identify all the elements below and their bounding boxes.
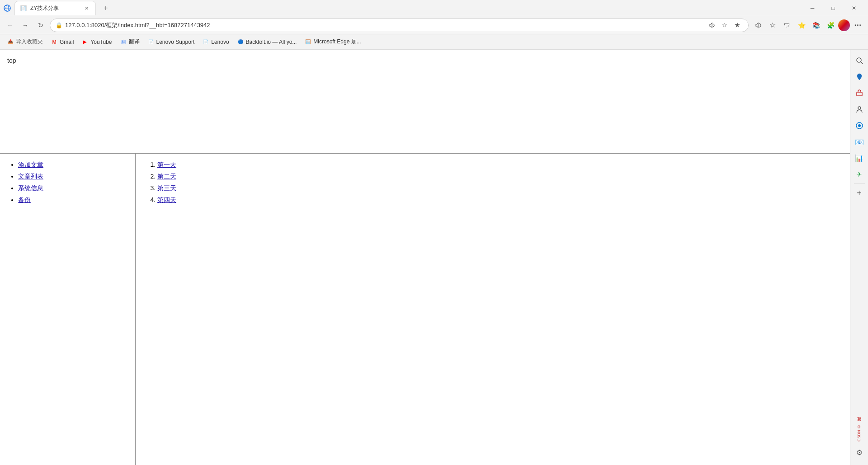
bookmark-youtube[interactable]: ▶ YouTube: [78, 37, 115, 47]
tab-favicon: 📄: [20, 5, 27, 11]
day1-link[interactable]: 第一天: [157, 161, 176, 168]
sidebar-profile-icon[interactable]: [852, 102, 867, 117]
address-icons: ☆: [707, 20, 743, 31]
bookmark-lenovo-support[interactable]: 📄 Lenovo Support: [144, 37, 198, 47]
article-list-link[interactable]: 文章列表: [18, 173, 43, 180]
day3-link[interactable]: 第三天: [157, 184, 176, 192]
new-tab-button[interactable]: +: [99, 2, 112, 14]
left-frame: 添加文章 文章列表 系统信息 备份: [0, 154, 136, 465]
maximize-button[interactable]: □: [823, 0, 844, 16]
favorites-icon[interactable]: ☆: [719, 20, 730, 31]
sidebar-add-icon[interactable]: +: [852, 186, 867, 200]
sidebar-separator: [854, 183, 865, 184]
microsoft-edge-icon: 🪟: [305, 39, 311, 45]
tab-close-button[interactable]: ✕: [83, 5, 90, 12]
browser-icon: [4, 5, 11, 12]
system-info-link[interactable]: 系统信息: [18, 184, 43, 192]
translate-icon: 翻: [120, 39, 127, 45]
read-aloud-icon[interactable]: [707, 20, 717, 31]
list-item: 第一天: [157, 161, 843, 169]
bookmark-translate-label: 翻译: [129, 38, 140, 46]
csdn-label: CSDN ©社区: [856, 424, 862, 442]
bookmark-translate[interactable]: 翻 翻译: [117, 36, 143, 47]
gmail-icon: M: [51, 39, 57, 45]
favorites-bar-icon[interactable]: ⭐: [795, 19, 808, 32]
read-aloud-toolbar-icon[interactable]: [751, 19, 765, 32]
sidebar-shopping-icon[interactable]: [852, 86, 867, 100]
bookmark-import[interactable]: 📥 导入收藏夹: [4, 36, 47, 47]
browser-essentials-toolbar-icon[interactable]: 🛡: [780, 19, 794, 32]
minimize-button[interactable]: ─: [802, 0, 823, 16]
more-options-button[interactable]: ⋯: [851, 19, 864, 32]
sidebar-outlook-icon[interactable]: 📧: [852, 135, 867, 149]
backtoltio-icon: 🔵: [237, 39, 244, 45]
bookmark-microsoft-edge-label: Microsoft Edge 加...: [313, 38, 361, 46]
bookmark-gmail[interactable]: M Gmail: [47, 37, 77, 47]
sidebar-search-icon[interactable]: [852, 53, 867, 68]
right-frame: 第一天 第二天 第三天 第四天: [136, 154, 850, 465]
sidebar-edge-drop-icon[interactable]: 📊: [852, 151, 867, 165]
lenovo-support-icon: 📄: [148, 39, 154, 45]
page-content: top 添加文章 文章列表 系统信息 备份: [0, 50, 850, 465]
address-box[interactable]: 🔒 127.0.0.1:8020/框架/index.html?__hbt=168…: [50, 19, 749, 32]
bookmark-youtube-label: YouTube: [90, 39, 112, 45]
title-bar: 📄 ZY技术分享 ✕ + ─ □ ✕: [0, 0, 868, 16]
favorites-star-icon[interactable]: ☆: [766, 19, 779, 32]
tab-title: ZY技术分享: [30, 5, 79, 12]
sidebar-translate-icon[interactable]: ✈: [852, 167, 867, 182]
list-item: 第四天: [157, 196, 843, 204]
bookmark-lenovo[interactable]: 📄 Lenovo: [199, 37, 232, 47]
extensions-icon[interactable]: 🧩: [824, 19, 837, 32]
bookmark-lenovo-support-label: Lenovo Support: [156, 39, 195, 45]
bookmark-microsoft-edge[interactable]: 🪟 Microsoft Edge 加...: [301, 36, 364, 47]
collections-icon[interactable]: 📚: [809, 19, 823, 32]
profile-avatar[interactable]: [838, 19, 850, 31]
bookmark-backtoltio-label: Backtolt.io — All yo...: [246, 39, 297, 45]
url-text: 127.0.0.1:8020/框架/index.html?__hbt=16872…: [65, 21, 704, 29]
bookmarks-bar: 📥 导入收藏夹 M Gmail ▶ YouTube 翻 翻译 📄 Lenovo …: [0, 34, 868, 50]
browser-essentials-icon[interactable]: [732, 20, 743, 31]
nav-list: 添加文章 文章列表 系统信息 备份: [7, 161, 127, 204]
list-item: 系统信息: [18, 184, 127, 193]
top-frame-text: top: [7, 57, 16, 64]
bookmark-gmail-label: Gmail: [60, 39, 74, 45]
svg-line-4: [861, 62, 863, 64]
bookmark-backtoltio[interactable]: 🔵 Backtolt.io — All yo...: [234, 37, 301, 47]
svg-rect-5: [857, 92, 862, 96]
list-item: 第三天: [157, 184, 843, 193]
bookmark-lenovo-label: Lenovo: [211, 39, 229, 45]
toolbar-icons: ☆ 🛡 ⭐ 📚 🧩 ⋯: [751, 19, 864, 32]
content-list: 第一天 第二天 第三天 第四天: [143, 161, 843, 204]
lenovo-icon: 📄: [203, 39, 209, 45]
refresh-button[interactable]: ↻: [34, 19, 47, 32]
sidebar-settings-icon[interactable]: ⚙: [852, 445, 867, 460]
import-icon: 📥: [7, 39, 14, 45]
sidebar-office-icon[interactable]: [852, 118, 867, 133]
bookmark-import-label: 导入收藏夹: [16, 38, 43, 46]
day4-link[interactable]: 第四天: [157, 196, 176, 203]
forward-button[interactable]: →: [19, 19, 32, 32]
bottom-frames: 添加文章 文章列表 系统信息 备份 第一天: [0, 154, 850, 465]
window-controls: ─ □ ✕: [802, 0, 864, 16]
list-item: 文章列表: [18, 173, 127, 181]
list-item: 添加文章: [18, 161, 127, 169]
svg-point-6: [858, 107, 861, 109]
lock-icon: 🔒: [56, 22, 62, 28]
close-button[interactable]: ✕: [844, 0, 864, 16]
backup-link[interactable]: 备份: [18, 196, 31, 203]
browser-window: 📄 ZY技术分享 ✕ + ─ □ ✕ ← → ↻ 🔒 127.0.0.1:802…: [0, 0, 868, 465]
day2-link[interactable]: 第二天: [157, 173, 176, 180]
address-bar-row: ← → ↻ 🔒 127.0.0.1:8020/框架/index.html?__h…: [0, 16, 868, 34]
active-tab[interactable]: 📄 ZY技术分享 ✕: [14, 1, 96, 15]
list-item: 第二天: [157, 173, 843, 181]
title-bar-left: 📄 ZY技术分享 ✕ +: [4, 1, 112, 15]
youtube-icon: ▶: [82, 39, 88, 45]
list-item: 备份: [18, 196, 127, 204]
add-article-link[interactable]: 添加文章: [18, 161, 43, 168]
top-frame: top: [0, 50, 850, 154]
svg-point-8: [858, 124, 861, 127]
sidebar-favorites-icon[interactable]: [852, 70, 867, 84]
back-button[interactable]: ←: [4, 19, 16, 32]
right-sidebar: 📧 📊 ✈ + CSDN ©社区 ⚙: [850, 50, 868, 465]
